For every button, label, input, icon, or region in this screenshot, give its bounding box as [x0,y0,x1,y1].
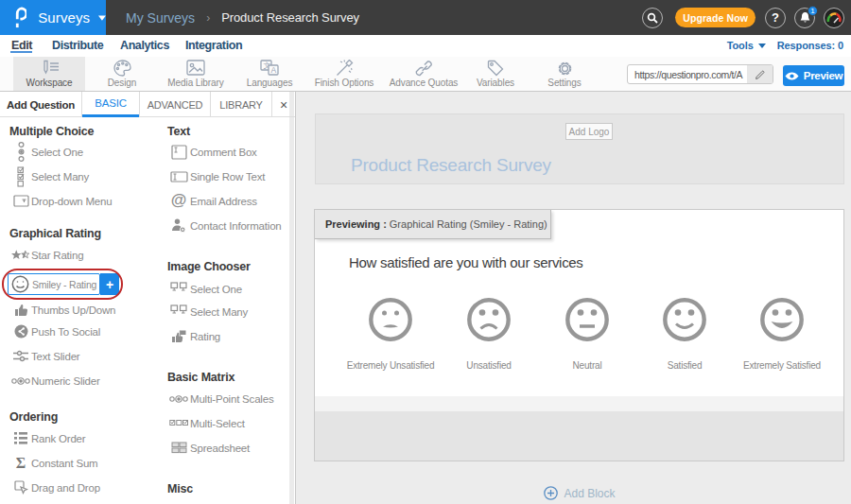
svg-text:A: A [271,65,277,75]
